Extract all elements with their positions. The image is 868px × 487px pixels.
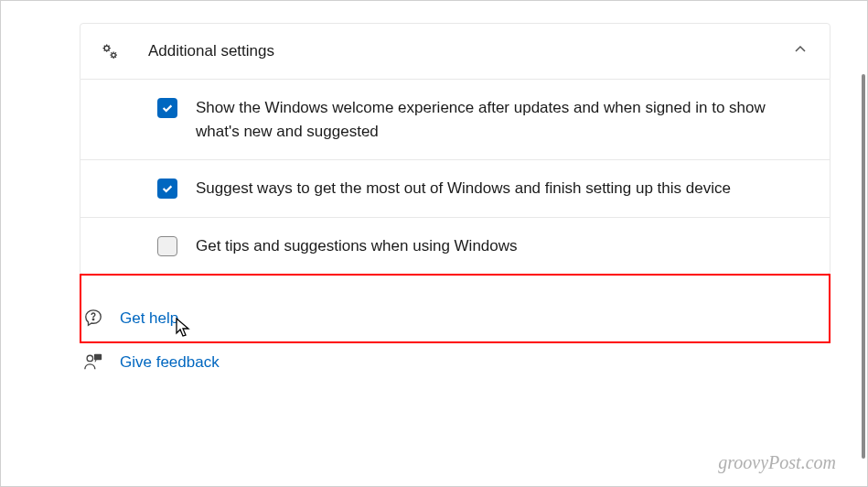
- feedback-icon: [81, 352, 105, 373]
- watermark: groovyPost.com: [718, 452, 836, 473]
- give-feedback-link[interactable]: Give feedback: [81, 344, 830, 381]
- svg-point-3: [87, 355, 92, 361]
- chevron-up-icon: [793, 42, 808, 60]
- additional-settings-header[interactable]: Additional settings: [80, 23, 830, 80]
- svg-point-2: [92, 319, 93, 319]
- section-title: Additional settings: [148, 42, 793, 60]
- checkbox-tips[interactable]: [157, 236, 177, 256]
- feedback-link-text: Give feedback: [120, 353, 220, 372]
- option-row-welcome: Show the Windows welcome experience afte…: [80, 80, 830, 160]
- option-label: Show the Windows welcome experience afte…: [196, 96, 781, 143]
- option-row-suggest: Suggest ways to get the most out of Wind…: [80, 160, 830, 218]
- get-help-link[interactable]: Get help: [81, 300, 830, 337]
- checkbox-suggest[interactable]: [157, 179, 177, 199]
- help-link-text: Get help: [120, 309, 178, 328]
- help-icon: [81, 308, 105, 330]
- scrollbar[interactable]: [862, 74, 865, 459]
- gears-icon: [99, 40, 121, 62]
- option-label: Suggest ways to get the most out of Wind…: [196, 177, 731, 200]
- option-row-tips: Get tips and suggestions when using Wind…: [80, 218, 830, 276]
- svg-rect-4: [94, 354, 102, 360]
- checkbox-welcome[interactable]: [157, 98, 177, 118]
- option-label: Get tips and suggestions when using Wind…: [196, 234, 518, 258]
- svg-point-1: [112, 53, 115, 57]
